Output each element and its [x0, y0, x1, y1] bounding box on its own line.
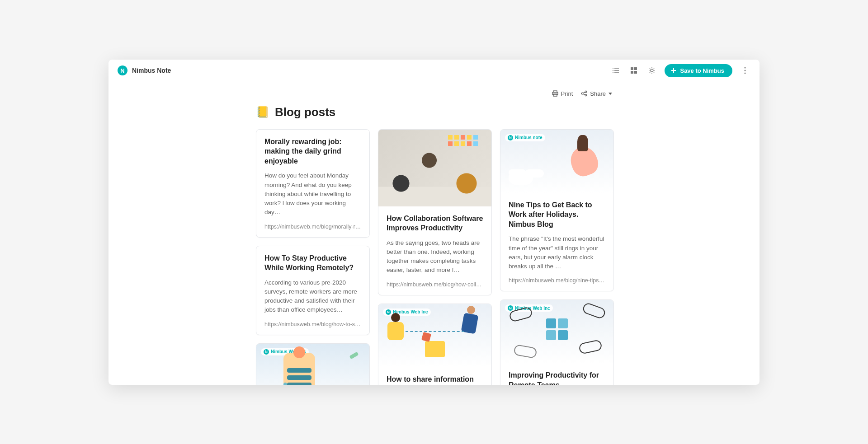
image-badge: N Nimbus note	[505, 134, 545, 141]
blog-card[interactable]: N Nimbus note Nine Tips to Get Back to W…	[500, 129, 614, 292]
card-image: N Nimbus Web Inc	[500, 300, 613, 363]
share-label: Share	[590, 90, 606, 97]
card-image: N Nimbus Web Inc	[256, 344, 369, 385]
card-title: Improving Productivity for Remote Teams	[509, 370, 605, 384]
blog-card[interactable]: Morally rewarding job: making the daily …	[256, 129, 370, 238]
card-image: N Nimbus note	[500, 130, 613, 193]
svg-line-18	[654, 68, 654, 69]
card-title: Morally rewarding job: making the daily …	[264, 137, 361, 166]
blog-card[interactable]: N Nimbus Web Inc Improving Productivity …	[500, 299, 614, 384]
svg-rect-7	[634, 67, 637, 70]
card-title: How Collaboration Software Improves Prod…	[387, 214, 483, 233]
svg-point-22	[745, 70, 746, 71]
card-url: https://nimbusweb.me/blog/nine-tips-to-e…	[509, 277, 605, 284]
svg-point-27	[581, 93, 583, 94]
svg-rect-8	[631, 71, 633, 74]
svg-line-16	[654, 72, 654, 73]
list-view-icon[interactable]	[610, 65, 621, 76]
card-title: Nine Tips to Get Back to Work after Holi…	[509, 200, 605, 229]
card-grid: Morally rewarding job: making the daily …	[256, 129, 612, 385]
svg-rect-6	[631, 67, 633, 70]
svg-line-17	[650, 72, 650, 73]
svg-point-21	[745, 67, 746, 69]
app-logo-icon: N	[118, 65, 127, 75]
header: N Nimbus Note	[108, 60, 760, 82]
more-menu-icon[interactable]	[740, 65, 750, 76]
blog-card[interactable]: N Nimbus Web Inc	[256, 343, 370, 385]
chevron-down-icon	[609, 93, 612, 95]
card-description: How do you feel about Monday morning? An…	[264, 171, 361, 217]
page-title: 📒 Blog posts	[256, 105, 612, 119]
card-url: https://nimbusweb.me/blog/morally-rewar…	[264, 224, 361, 230]
plus-icon	[671, 68, 676, 73]
share-icon	[581, 90, 587, 97]
print-icon	[552, 90, 558, 97]
save-button-label: Save to Nimbus	[680, 67, 724, 74]
card-description: According to various pre-2020 surveys, r…	[264, 278, 361, 315]
card-url: https://nimbusweb.me/blog/how-to-stay-p…	[264, 321, 361, 327]
print-button[interactable]: Print	[552, 90, 573, 97]
svg-rect-9	[634, 71, 637, 74]
blog-card[interactable]: How Collaboration Software Improves Prod…	[378, 129, 492, 295]
svg-point-4	[613, 72, 613, 73]
content: Print Share 📒	[108, 82, 760, 385]
card-image	[378, 130, 491, 206]
card-column: Morally rewarding job: making the daily …	[256, 129, 370, 385]
page-toolbar: Print Share	[256, 82, 612, 103]
card-description: As the saying goes, two heads are better…	[387, 238, 483, 275]
card-description: The phrase "It's the most wonderful time…	[509, 234, 605, 271]
card-image: N Nimbus Web Inc	[378, 304, 491, 367]
app-name: Nimbus Note	[132, 67, 171, 74]
page-title-text: Blog posts	[275, 105, 335, 119]
header-right: Save to Nimbus	[610, 64, 750, 77]
svg-point-28	[585, 91, 587, 93]
grid-view-icon[interactable]	[628, 65, 639, 76]
card-column: How Collaboration Software Improves Prod…	[378, 129, 492, 385]
theme-toggle-icon[interactable]	[646, 65, 657, 76]
svg-line-15	[650, 68, 650, 69]
header-left: N Nimbus Note	[118, 65, 171, 75]
svg-line-30	[583, 92, 585, 93]
save-to-nimbus-button[interactable]: Save to Nimbus	[665, 64, 732, 77]
app-window: N Nimbus Note	[108, 60, 760, 385]
page-icon: 📒	[256, 106, 269, 118]
svg-line-31	[583, 94, 585, 95]
blog-card[interactable]: N Nimbus Web Inc How to share informatio…	[378, 304, 492, 385]
svg-point-29	[585, 94, 587, 96]
card-title: How To Stay Productive While Working Rem…	[264, 253, 361, 273]
print-label: Print	[561, 90, 573, 97]
card-column: N Nimbus note Nine Tips to Get Back to W…	[500, 129, 614, 385]
svg-point-10	[651, 69, 653, 72]
svg-point-2	[613, 70, 613, 71]
card-title: How to share information with	[387, 374, 483, 385]
share-button[interactable]: Share	[581, 90, 612, 97]
card-url: https://nimbusweb.me/blog/how-collabora…	[387, 281, 483, 288]
blog-card[interactable]: How To Stay Productive While Working Rem…	[256, 246, 370, 335]
svg-point-23	[745, 73, 746, 74]
svg-point-0	[613, 68, 613, 69]
